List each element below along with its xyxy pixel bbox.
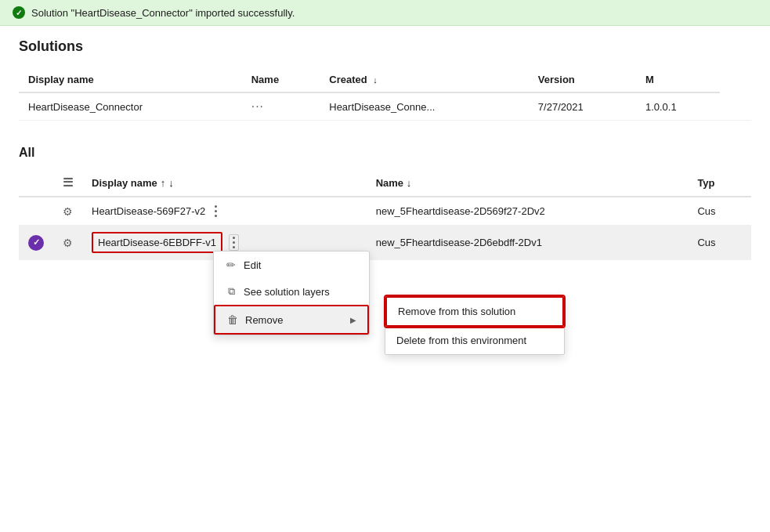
solution-ellipsis-btn[interactable]: ··· — [251, 100, 264, 113]
table-row: ⚙ HeartDisease-569F27-v2 new_5Fheartdise… — [19, 197, 751, 226]
row2-type-cell: Cus — [688, 226, 751, 260]
table-row: ⚙ HeartDisease-6EBDFF-v1 — [19, 226, 751, 260]
row2-name-cell: new_5Fheartdisease-2D6ebdff-2Dv1 — [367, 226, 689, 260]
sort-up-icon: ↑ — [161, 177, 166, 189]
page-content: Solutions Display name Name Created ↓ Ve… — [0, 26, 770, 273]
display-name-sort[interactable]: Display name ↑ ↓ — [92, 177, 357, 189]
solution-created-cell: 7/27/2021 — [529, 92, 636, 121]
context-dropdown-menu: ✏ Edit ⧉ See solution layers — [213, 251, 370, 335]
success-icon — [13, 6, 25, 19]
sort-down-icon: ↓ — [168, 177, 174, 189]
row2-check-cell — [19, 226, 53, 260]
solutions-col-name: Name — [242, 67, 320, 92]
row2-ellipsis-btn[interactable] — [229, 234, 239, 251]
menu-item-edit[interactable]: ✏ Edit — [214, 252, 369, 278]
all-col-type: Typ — [688, 169, 751, 197]
context-menu-wrapper[interactable]: ✏ Edit ⧉ See solution layers — [229, 234, 239, 251]
solutions-table: Display name Name Created ↓ Version M — [19, 67, 751, 121]
all-col-display-name[interactable]: Display name ↑ ↓ — [82, 169, 367, 197]
all-col-name[interactable]: Name ↓ — [367, 169, 689, 197]
solutions-col-display-name: Display name — [19, 67, 242, 92]
solution-version-cell: 1.0.0.1 — [636, 92, 720, 121]
submenu-item-remove-solution[interactable]: Remove from this solution — [385, 296, 564, 327]
remove-submenu: Remove from this solution Delete from th… — [385, 295, 565, 355]
row1-icon-cell: ⚙ — [53, 197, 82, 226]
row2-display-name-cell: HeartDisease-6EBDFF-v1 — [82, 226, 367, 260]
edit-icon: ✏ — [225, 259, 237, 271]
table-row: HeartDisease_Connector ··· HeartDisease_… — [19, 92, 751, 121]
name-sort-icon: ↓ — [407, 177, 412, 189]
trash-icon: 🗑 — [226, 313, 239, 326]
row2-display-name-bordered: HeartDisease-6EBDFF-v1 — [92, 232, 222, 253]
connector-icon-2: ⚙ — [63, 237, 73, 249]
success-message: Solution "HeartDisease_Connector" import… — [31, 7, 295, 19]
menu-item-see-solution-layers[interactable]: ⧉ See solution layers — [214, 278, 369, 305]
solutions-col-managed: M — [636, 67, 720, 92]
solutions-col-version: Version — [529, 67, 636, 92]
layers-icon: ⧉ — [225, 285, 237, 298]
menu-item-remove[interactable]: 🗑 Remove ▶ — [214, 305, 369, 335]
solution-managed-cell — [720, 92, 751, 121]
row1-name-cell: new_5Fheartdisease-2D569f27-2Dv2 — [367, 197, 689, 226]
solution-name-cell: HeartDisease_Conne... — [320, 92, 529, 121]
all-col-check — [19, 169, 53, 197]
connector-icon: ⚙ — [63, 205, 73, 218]
list-view-icon: ☰ — [63, 176, 73, 189]
solution-display-name-cell: HeartDisease_Connector — [19, 92, 242, 121]
submenu-item-delete-env[interactable]: Delete from this environment — [385, 327, 564, 354]
row1-ellipsis-btn[interactable] — [211, 204, 220, 219]
success-banner: Solution "HeartDisease_Connector" import… — [0, 0, 770, 26]
check-circle-icon — [28, 235, 44, 251]
row1-type-cell: Cus — [688, 197, 751, 226]
solutions-section-title: Solutions — [19, 38, 751, 55]
row1-display-name-cell: HeartDisease-569F27-v2 — [82, 197, 367, 226]
row2-icon-cell: ⚙ — [53, 226, 82, 260]
solution-ellipsis-cell[interactable]: ··· — [242, 92, 320, 121]
all-section-title: All — [19, 146, 751, 160]
submenu-chevron-icon: ▶ — [350, 316, 356, 324]
created-sort-icon: ↓ — [373, 75, 378, 85]
all-table: ☰ Display name ↑ ↓ Name ↓ Typ — [19, 169, 751, 260]
all-col-icon: ☰ — [53, 169, 82, 197]
row1-check-cell — [19, 197, 53, 226]
solutions-col-created: Created ↓ — [320, 67, 529, 92]
